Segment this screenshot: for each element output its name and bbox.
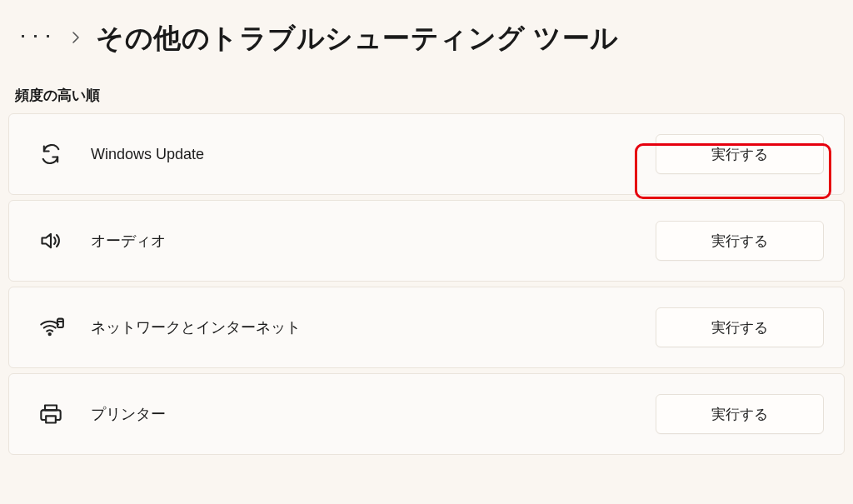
run-button[interactable]: 実行する — [656, 221, 824, 261]
troubleshooter-label: オーディオ — [91, 231, 656, 251]
troubleshooter-label: ネットワークとインターネット — [91, 317, 656, 337]
section-header: 頻度の高い順 — [0, 66, 853, 113]
printer-icon — [39, 402, 67, 426]
troubleshooter-list: Windows Update 実行する オーディオ 実行する ネットワークとイン… — [0, 113, 853, 455]
annotation-arrow — [0, 455, 853, 504]
page-title: その他のトラブルシューティング ツール — [96, 20, 619, 57]
troubleshooter-row-windows-update: Windows Update 実行する — [8, 113, 845, 195]
svg-rect-2 — [57, 319, 63, 327]
svg-marker-0 — [42, 234, 52, 247]
sync-icon — [39, 142, 67, 166]
troubleshooter-label: プリンター — [91, 404, 656, 424]
speaker-icon — [39, 229, 67, 252]
chevron-right-icon — [69, 31, 82, 47]
run-button[interactable]: 実行する — [656, 134, 824, 174]
run-button[interactable]: 実行する — [656, 307, 824, 347]
troubleshooter-row-network: ネットワークとインターネット 実行する — [8, 287, 845, 368]
troubleshooter-row-printer: プリンター 実行する — [8, 373, 845, 455]
breadcrumb: ･･･ その他のトラブルシューティング ツール — [0, 0, 853, 66]
run-button[interactable]: 実行する — [656, 394, 824, 434]
svg-point-1 — [49, 333, 51, 335]
troubleshooter-label: Windows Update — [91, 146, 656, 163]
breadcrumb-ellipsis-button[interactable]: ･･･ — [18, 27, 56, 52]
troubleshooter-row-audio: オーディオ 実行する — [8, 200, 845, 282]
wifi-icon — [39, 316, 67, 339]
svg-rect-5 — [46, 416, 56, 422]
